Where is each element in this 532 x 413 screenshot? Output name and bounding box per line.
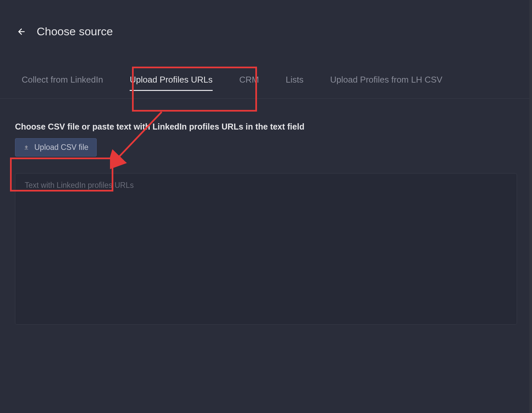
tab-upload-lh-csv[interactable]: Upload Profiles from LH CSV	[330, 71, 442, 88]
page-header: Choose source	[0, 0, 532, 51]
profiles-urls-textarea[interactable]	[15, 173, 517, 325]
instruction-text: Choose CSV file or paste text with Linke…	[15, 122, 517, 132]
page-title: Choose source	[37, 25, 113, 38]
upload-csv-button[interactable]: Upload CSV file	[15, 138, 97, 157]
textarea-wrapper	[15, 173, 517, 326]
content-area: Choose CSV file or paste text with Linke…	[0, 99, 532, 336]
upload-button-label: Upload CSV file	[34, 143, 88, 152]
tabs-navigation: Collect from LinkedIn Upload Profiles UR…	[0, 51, 532, 99]
scrollbar[interactable]	[529, 0, 532, 413]
tab-collect-linkedin[interactable]: Collect from LinkedIn	[22, 71, 103, 88]
tab-crm[interactable]: CRM	[239, 71, 259, 88]
upload-icon	[23, 145, 29, 151]
tab-upload-profiles-urls[interactable]: Upload Profiles URLs	[130, 71, 213, 88]
tab-lists[interactable]: Lists	[286, 71, 303, 88]
back-arrow-button[interactable]	[17, 27, 27, 37]
arrow-left-icon	[17, 27, 27, 37]
